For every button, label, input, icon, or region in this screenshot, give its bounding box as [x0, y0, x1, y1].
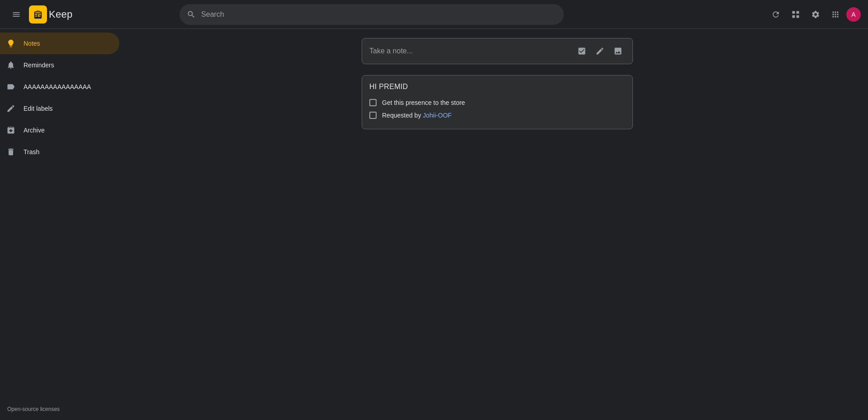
sidebar-item-label-a[interactable]: AAAAAAAAAAAAAAAA	[0, 76, 119, 98]
sidebar-item-trash[interactable]: Trash	[0, 141, 119, 163]
sidebar-item-reminders-label: Reminders	[24, 61, 54, 69]
topbar: Keep Search A	[0, 0, 868, 29]
note-item-2: Requested by Johii-OOF	[369, 109, 625, 122]
edit-labels-icon	[5, 104, 16, 113]
checkbox-1[interactable]	[369, 99, 377, 106]
sidebar-item-label-a-text: AAAAAAAAAAAAAAAA	[24, 83, 91, 90]
image-note-button[interactable]	[611, 44, 625, 58]
note-item-1: Get this presence to the store	[369, 96, 625, 109]
grid-view-button[interactable]	[787, 5, 805, 24]
apps-button[interactable]	[826, 5, 844, 24]
notes-grid: HI PREMID Get this presence to the store…	[137, 75, 857, 129]
search-bar[interactable]: Search	[179, 4, 564, 25]
checkbox-note-button[interactable]	[575, 44, 589, 58]
keep-icon	[29, 5, 47, 24]
note-item-2-text: Requested by Johii-OOF	[382, 112, 452, 119]
sidebar-item-edit-labels-text: Edit labels	[24, 105, 53, 112]
sidebar-item-reminders[interactable]: Reminders	[0, 54, 119, 76]
archive-icon	[5, 126, 16, 135]
sidebar-item-notes[interactable]: Notes	[0, 33, 119, 54]
topbar-right: A	[767, 5, 861, 24]
notes-icon	[5, 39, 16, 48]
checkbox-2[interactable]	[369, 112, 377, 119]
draw-note-button[interactable]	[593, 44, 607, 58]
settings-button[interactable]	[807, 5, 825, 24]
sidebar-item-notes-label: Notes	[24, 40, 40, 47]
take-note-icons	[575, 44, 625, 58]
note-item-1-text: Get this presence to the store	[382, 99, 465, 106]
app-logo: Keep	[29, 5, 73, 24]
content-area: Take a note...	[127, 29, 868, 420]
menu-button[interactable]	[7, 5, 25, 24]
label-icon	[5, 82, 16, 91]
open-source-link[interactable]: Open-source licenses	[7, 406, 60, 412]
sidebar-item-trash-text: Trash	[24, 148, 39, 156]
app-title: Keep	[49, 9, 73, 20]
sidebar-item-archive-text: Archive	[24, 127, 45, 134]
sidebar-item-archive[interactable]: Archive	[0, 119, 119, 141]
search-placeholder: Search	[201, 10, 557, 19]
sidebar-item-edit-labels[interactable]: Edit labels	[0, 98, 119, 119]
sidebar: Notes Reminders AAAAAAAAAAAAAAAA	[0, 29, 127, 420]
note-item-2-link: Johii-OOF	[423, 112, 452, 119]
take-note-placeholder: Take a note...	[369, 47, 571, 55]
avatar[interactable]: A	[846, 7, 861, 22]
main-layout: Notes Reminders AAAAAAAAAAAAAAAA	[0, 29, 868, 420]
refresh-button[interactable]	[767, 5, 785, 24]
note-card[interactable]: HI PREMID Get this presence to the store…	[362, 75, 633, 129]
sidebar-footer: Open-source licenses	[0, 397, 127, 420]
trash-icon	[5, 147, 16, 156]
reminders-icon	[5, 61, 16, 70]
search-icon	[187, 10, 196, 19]
take-note-bar[interactable]: Take a note...	[362, 38, 633, 64]
note-title: HI PREMID	[369, 83, 625, 91]
